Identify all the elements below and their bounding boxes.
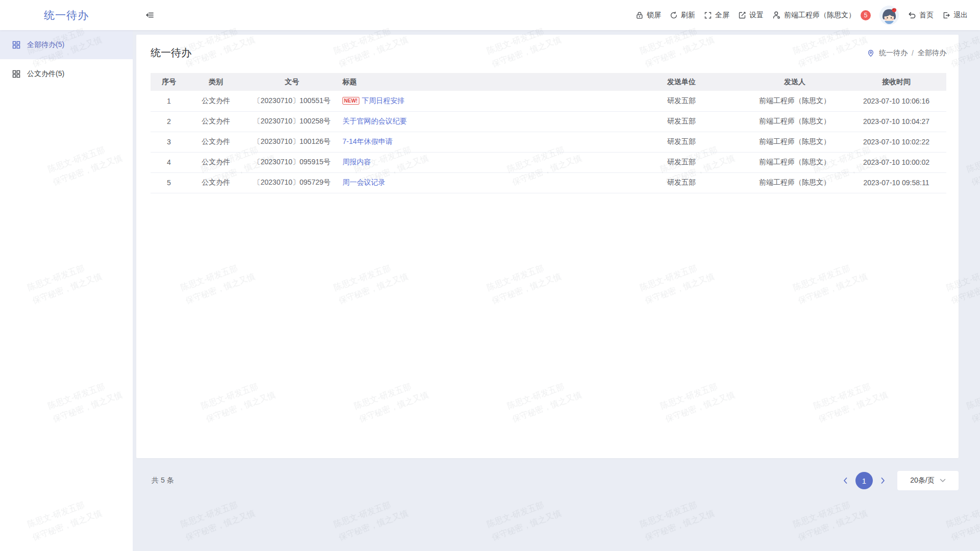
col-category: 类别 [187, 73, 244, 91]
sidebar-item-label: 全部待办(5) [27, 40, 64, 49]
cell-index: 1 [151, 91, 187, 111]
table-row: 2 公文办件 〔20230710〕100258号 关于官网的会议纪要 研发五部 … [151, 111, 946, 132]
doc-title-link[interactable]: 周一会议记录 [342, 178, 385, 186]
settings-label: 设置 [749, 11, 764, 20]
page-size-value: 20条/页 [910, 476, 934, 485]
sidebar-item-official-docs[interactable]: 公文办件(5) [0, 59, 133, 88]
cell-title: NEW!下周日程安排 [339, 91, 620, 111]
refresh-button[interactable]: 刷新 [670, 11, 695, 20]
todo-table: 序号 类别 文号 标题 发送单位 发送人 接收时间 1 公文办件 〔202307… [151, 73, 946, 193]
cell-doc-no: 〔20230710〕100258号 [244, 111, 339, 132]
col-doc-no: 文号 [244, 73, 339, 91]
next-page-button[interactable] [880, 477, 886, 484]
avatar[interactable] [879, 6, 899, 25]
table-row: 4 公文办件 〔20230710〕095915号 周报内容 研发五部 前端工程师… [151, 152, 946, 172]
cell-received-time: 2023-07-10 10:06:16 [846, 91, 946, 111]
doc-title-link[interactable]: 关于官网的会议纪要 [342, 117, 407, 125]
edit-settings-icon [738, 11, 746, 19]
grid-icon [12, 41, 20, 49]
lock-screen-button[interactable]: 锁屏 [635, 11, 661, 20]
cell-received-time: 2023-07-10 10:00:02 [846, 152, 946, 172]
fullscreen-button[interactable]: 全屏 [704, 11, 729, 20]
settings-button[interactable]: 设置 [738, 11, 764, 20]
sidebar: 全部待办(5) 公文办件(5) [0, 30, 133, 551]
new-badge: NEW! [342, 97, 359, 105]
doc-title-link[interactable]: 7-14年休假申请 [342, 137, 393, 145]
cell-received-time: 2023-07-10 10:04:27 [846, 111, 946, 132]
cell-sender-unit: 研发五部 [620, 91, 743, 111]
breadcrumb-current: 全部待办 [918, 48, 946, 58]
pagination-bar: 共 5 条 1 20条/页 [136, 469, 959, 492]
cell-doc-no: 〔20230710〕095915号 [244, 152, 339, 172]
todo-count-badge: 5 [861, 10, 871, 20]
cell-doc-no: 〔20230710〕095729号 [244, 172, 339, 193]
fullscreen-label: 全屏 [715, 11, 729, 20]
grid-icon [12, 70, 20, 78]
total-count-label: 共 5 条 [152, 476, 174, 485]
logout-icon [942, 11, 950, 19]
cell-category: 公文办件 [187, 132, 244, 152]
cell-sender: 前端工程师（陈思文） [743, 111, 846, 132]
logout-button[interactable]: 退出 [942, 11, 968, 20]
user-name-label: 前端工程师（陈思文） [784, 11, 855, 20]
sidebar-item-all-todos[interactable]: 全部待办(5) [0, 30, 133, 59]
app-logo: 统一待办 [0, 8, 133, 22]
home-label: 首页 [919, 11, 934, 20]
table-row: 3 公文办件 〔20230710〕100126号 7-14年休假申请 研发五部 … [151, 132, 946, 152]
cell-doc-no: 〔20230710〕100126号 [244, 132, 339, 152]
cell-index: 4 [151, 152, 187, 172]
page-size-select[interactable]: 20条/页 [897, 471, 959, 490]
col-title: 标题 [339, 73, 620, 91]
chevron-down-icon [940, 479, 946, 483]
fullscreen-icon [704, 11, 712, 19]
menu-fold-icon[interactable] [145, 11, 154, 19]
lock-icon [635, 11, 644, 19]
cell-sender: 前端工程师（陈思文） [743, 91, 846, 111]
table-row: 5 公文办件 〔20230710〕095729号 周一会议记录 研发五部 前端工… [151, 172, 946, 193]
cell-received-time: 2023-07-10 09:58:11 [846, 172, 946, 193]
doc-title-link[interactable]: 周报内容 [342, 158, 371, 166]
cell-title: 关于官网的会议纪要 [339, 111, 620, 132]
cell-category: 公文办件 [187, 111, 244, 132]
table-row: 1 公文办件 〔20230710〕100551号 NEW!下周日程安排 研发五部… [151, 91, 946, 111]
col-sender-unit: 发送单位 [620, 73, 743, 91]
top-header: 统一待办 锁屏 刷新 全屏 [0, 0, 980, 30]
todo-card: 统一待办 统一待办 / 全部待办 [136, 35, 959, 458]
breadcrumb-root[interactable]: 统一待办 [879, 48, 908, 58]
page-title: 统一待办 [151, 46, 191, 60]
cell-category: 公文办件 [187, 152, 244, 172]
current-page-button[interactable]: 1 [855, 472, 873, 489]
refresh-label: 刷新 [681, 11, 695, 20]
lock-screen-label: 锁屏 [647, 11, 661, 20]
logout-label: 退出 [953, 11, 968, 20]
location-pin-icon [867, 49, 875, 57]
cell-index: 2 [151, 111, 187, 132]
undo-home-icon [908, 11, 916, 19]
doc-title-link[interactable]: 下周日程安排 [362, 96, 405, 105]
cell-index: 3 [151, 132, 187, 152]
cell-sender-unit: 研发五部 [620, 172, 743, 193]
cell-title: 周报内容 [339, 152, 620, 172]
col-sender: 发送人 [743, 73, 846, 91]
refresh-icon [670, 11, 678, 19]
cell-category: 公文办件 [187, 91, 244, 111]
cell-sender: 前端工程师（陈思文） [743, 132, 846, 152]
cell-doc-no: 〔20230710〕100551号 [244, 91, 339, 111]
breadcrumb: 统一待办 / 全部待办 [867, 48, 946, 58]
sidebar-item-label: 公文办件(5) [27, 69, 64, 79]
main-content: 统一待办 统一待办 / 全部待办 [133, 30, 980, 551]
cell-category: 公文办件 [187, 172, 244, 193]
breadcrumb-separator: / [912, 49, 914, 57]
header-toolbar: 锁屏 刷新 全屏 设置 [635, 6, 980, 25]
user-menu[interactable]: 前端工程师（陈思文） 5 [772, 10, 871, 20]
cell-title: 7-14年休假申请 [339, 132, 620, 152]
app-title: 统一待办 [44, 9, 89, 21]
cell-sender-unit: 研发五部 [620, 132, 743, 152]
prev-page-button[interactable] [842, 477, 848, 484]
cell-sender: 前端工程师（陈思文） [743, 152, 846, 172]
cell-title: 周一会议记录 [339, 172, 620, 193]
col-received-time: 接收时间 [846, 73, 946, 91]
user-icon [772, 11, 781, 19]
home-button[interactable]: 首页 [908, 11, 934, 20]
cell-received-time: 2023-07-10 10:02:22 [846, 132, 946, 152]
